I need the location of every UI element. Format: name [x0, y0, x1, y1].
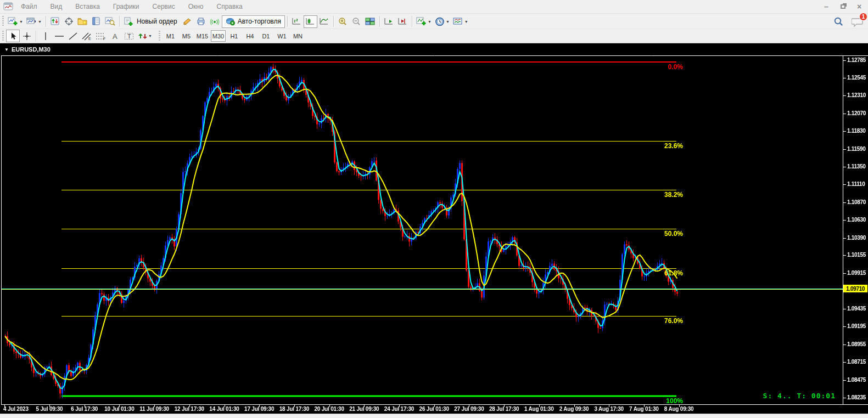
tile-windows-button[interactable]	[363, 15, 377, 28]
fib-level-label: 38.2%	[664, 191, 683, 199]
mql-community-button[interactable]	[194, 15, 208, 28]
chart-canvas[interactable]	[0, 44, 868, 414]
tester-icon	[105, 17, 115, 26]
menu-item-файл[interactable]: Файл	[14, 1, 44, 13]
market-watch-icon	[51, 17, 60, 26]
crosshair-tool-button[interactable]	[20, 30, 33, 42]
new-chart-button[interactable]: ▼	[6, 15, 25, 28]
time-tick-label: 28 Jul 17:30	[489, 406, 519, 412]
vertical-line-tool-button[interactable]	[38, 30, 52, 42]
signal-icon	[210, 17, 220, 26]
time-tick-label: 14 Jul 01:30	[209, 406, 239, 412]
chart-title[interactable]: ▼ EURUSD,M30	[4, 46, 51, 53]
menu-item-окно[interactable]: Окно	[182, 1, 210, 13]
fib-level-label: 0.0%	[668, 63, 683, 71]
template-icon	[453, 17, 463, 26]
menu-item-вид[interactable]: Вид	[44, 1, 69, 13]
arrows-tool-button[interactable]: ▼	[136, 30, 154, 42]
candlestick-button[interactable]	[304, 15, 317, 28]
price-tick-label: 1.12545	[847, 75, 866, 81]
zoom-in-button[interactable]	[336, 15, 350, 28]
profiles-button[interactable]: ▼	[25, 15, 43, 28]
price-tick-label: 1.08715	[847, 359, 866, 365]
fibonacci-icon: F	[96, 32, 107, 41]
menu-bar: ФайлВидВставкаГрафикиСервисОкноСправка –…	[0, 0, 868, 14]
toolbar-grip[interactable]	[2, 31, 4, 42]
time-tick-label: 24 Jul 17:30	[384, 406, 414, 412]
autotrading-button[interactable]: Авто-торговля	[222, 15, 285, 28]
metaeditor-button[interactable]	[181, 15, 194, 28]
price-tick-label: 1.08235	[847, 394, 866, 400]
current-price-tag: 1.09710	[843, 285, 867, 292]
cursor-tool-button[interactable]	[6, 30, 20, 42]
price-tick-label: 1.12785	[847, 57, 866, 63]
timeframe-button-m1[interactable]: M1	[163, 30, 178, 42]
line-chart-button[interactable]	[317, 15, 331, 28]
timeframe-button-w1[interactable]: W1	[275, 30, 289, 42]
zoom-out-button[interactable]	[350, 15, 363, 28]
label-tool-button[interactable]: T	[122, 30, 136, 42]
restore-button[interactable]	[837, 2, 848, 12]
terminal-button[interactable]	[89, 15, 103, 28]
text-tool-button[interactable]: A	[108, 30, 122, 42]
folder-star-icon	[77, 17, 88, 26]
new-order-icon	[124, 17, 134, 26]
timeframe-button-h4[interactable]: H4	[243, 30, 257, 42]
price-tick-label: 1.11350	[847, 163, 866, 170]
price-tick-label: 1.10390	[847, 235, 866, 241]
time-tick-label: 18 Jul 17:30	[279, 406, 309, 412]
search-icon[interactable]	[833, 16, 844, 27]
metaeditor-icon	[182, 17, 192, 26]
timeframe-button-mn[interactable]: MN	[290, 30, 305, 42]
channel-tool-button[interactable]: E	[80, 30, 94, 42]
timeframe-button-m30[interactable]: M30	[211, 30, 226, 42]
text-icon: A	[111, 32, 120, 41]
terminal-window: ФайлВидВставкаГрафикиСервисОкноСправка –…	[0, 0, 868, 418]
menu-item-справка[interactable]: Справка	[210, 1, 249, 13]
timeframe-button-d1[interactable]: D1	[259, 30, 273, 42]
minimize-button[interactable]: –	[821, 2, 832, 12]
timeframe-button-m15[interactable]: M15	[195, 30, 210, 42]
trendline-tool-button[interactable]	[66, 30, 80, 42]
navigator-button[interactable]	[76, 15, 89, 28]
indicators-button[interactable]: ▼	[415, 15, 433, 28]
strategy-tester-button[interactable]	[103, 15, 117, 28]
toolbar-grip[interactable]	[158, 31, 161, 42]
signals-button[interactable]	[208, 15, 222, 28]
crosshair-icon	[64, 17, 74, 26]
menu-item-графики[interactable]: Графики	[107, 1, 146, 13]
notebook-icon	[92, 17, 101, 26]
trendline-icon	[68, 32, 78, 41]
price-tick-label: 1.11110	[847, 181, 865, 187]
chart-shift-button[interactable]	[396, 15, 410, 28]
fib-level-label: 23.6%	[664, 142, 683, 150]
time-tick-label: 2 Aug 09:30	[559, 406, 589, 412]
periods-button[interactable]: ▼	[433, 15, 451, 28]
new-order-button[interactable]: Новый ордер	[122, 15, 181, 28]
svg-text:E: E	[88, 37, 91, 41]
timeframe-button-h1[interactable]: H1	[227, 30, 242, 42]
templates-button[interactable]: ▼	[451, 15, 470, 28]
fib-level-label: 100%	[666, 397, 683, 405]
dropdown-caret-icon: ▼	[38, 20, 42, 24]
close-button[interactable]: ×	[854, 2, 865, 12]
horizontal-line-tool-button[interactable]	[52, 30, 66, 42]
toolbar-separator	[287, 16, 288, 27]
bar-chart-button[interactable]	[290, 15, 304, 28]
market-watch-button[interactable]	[48, 15, 62, 28]
toolbar-grip[interactable]	[2, 16, 4, 27]
window-controls: – ×	[821, 2, 865, 12]
auto-scroll-button[interactable]	[382, 15, 396, 28]
menu-item-вставка[interactable]: Вставка	[69, 1, 107, 13]
time-tick-label: 12 Jul 17:30	[175, 406, 204, 412]
data-window-button[interactable]	[62, 15, 76, 28]
chart-symbol-label: EURUSD,M30	[12, 46, 51, 53]
chat-button[interactable]: 1	[852, 17, 864, 27]
timeframe-button-m5[interactable]: M5	[179, 30, 194, 42]
profiles-icon	[26, 17, 37, 26]
fibonacci-tool-button[interactable]: F	[94, 30, 108, 42]
time-tick-label: 17 Jul 09:30	[244, 406, 274, 412]
label-icon: T	[124, 32, 134, 41]
fib-level-label: 61.8%	[664, 269, 683, 277]
menu-item-сервис[interactable]: Сервис	[146, 1, 182, 13]
